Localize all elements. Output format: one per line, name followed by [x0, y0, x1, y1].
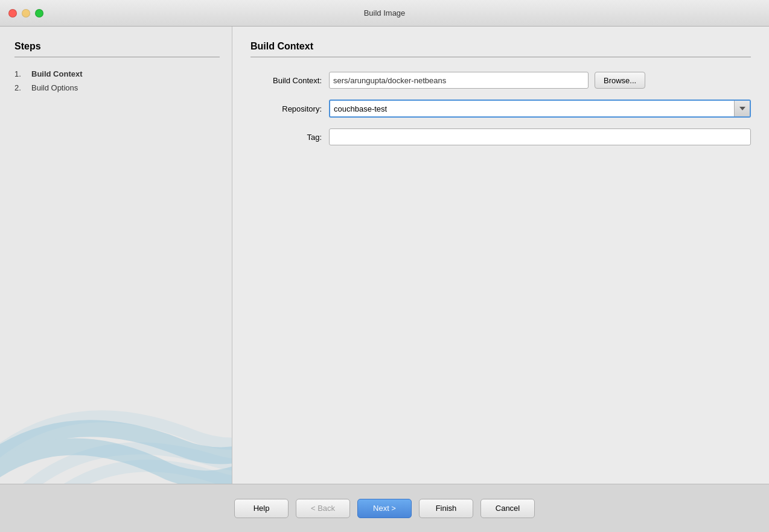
next-button[interactable]: Next > — [357, 499, 412, 518]
maximize-button[interactable] — [35, 9, 43, 17]
finish-button[interactable]: Finish — [419, 499, 473, 518]
build-context-row: Build Context: Browse... — [250, 72, 751, 89]
repository-label: Repository: — [250, 104, 329, 113]
repository-wrapper — [329, 100, 751, 118]
repository-row: Repository: — [250, 100, 751, 118]
cancel-button[interactable]: Cancel — [480, 499, 535, 518]
step-number-2: 2. — [14, 83, 27, 92]
close-button[interactable] — [8, 9, 17, 17]
content-heading: Build Context — [250, 41, 751, 57]
steps-list: 1. Build Context 2. Build Options — [14, 67, 220, 95]
titlebar: Build Image — [0, 0, 769, 27]
build-context-input[interactable] — [329, 72, 589, 89]
tag-label: Tag: — [250, 133, 329, 142]
watermark-decoration — [0, 351, 232, 484]
tag-input[interactable] — [329, 128, 751, 145]
build-context-label: Build Context: — [250, 76, 329, 85]
browse-button[interactable]: Browse... — [595, 72, 645, 89]
step-label-1: Build Context — [31, 69, 83, 78]
build-context-field: Browse... — [329, 72, 751, 89]
step-item-1: 1. Build Context — [14, 67, 220, 81]
repository-input[interactable] — [330, 101, 734, 116]
steps-panel: Steps 1. Build Context 2. Build Options — [0, 27, 232, 484]
step-item-2: 2. Build Options — [14, 81, 220, 95]
back-button[interactable]: < Back — [296, 499, 350, 518]
repository-field — [329, 100, 751, 118]
steps-heading: Steps — [14, 41, 220, 57]
chevron-down-icon — [739, 107, 745, 110]
step-label-2: Build Options — [31, 83, 78, 92]
tag-row: Tag: — [250, 128, 751, 145]
button-bar: Help < Back Next > Finish Cancel — [0, 484, 769, 532]
repository-dropdown-button[interactable] — [734, 101, 750, 116]
help-button[interactable]: Help — [234, 499, 289, 518]
main-content: Steps 1. Build Context 2. Build Options — [0, 27, 769, 484]
window-title: Build Image — [364, 8, 406, 17]
content-panel: Build Context Build Context: Browse... R… — [232, 27, 769, 484]
traffic-lights — [8, 9, 43, 17]
tag-field — [329, 128, 751, 145]
minimize-button[interactable] — [22, 9, 30, 17]
step-number-1: 1. — [14, 69, 27, 78]
